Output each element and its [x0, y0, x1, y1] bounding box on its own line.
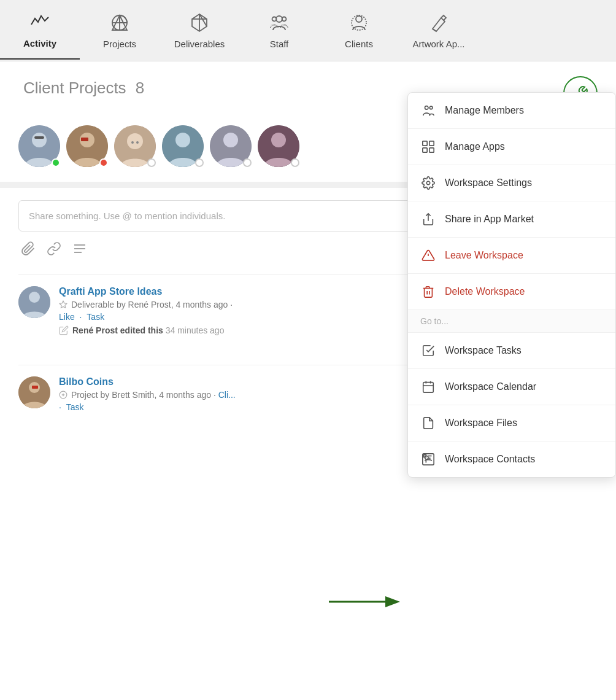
- avatar-2[interactable]: [66, 125, 110, 169]
- svg-point-41: [131, 141, 134, 144]
- activity-avatar-1[interactable]: [18, 286, 50, 318]
- warning-icon: [420, 247, 436, 263]
- status-offline: [291, 158, 299, 167]
- svg-point-12: [425, 106, 429, 110]
- link-icon[interactable]: [47, 241, 61, 260]
- avatar-5[interactable]: [210, 125, 254, 169]
- calendar-icon: [420, 379, 436, 395]
- nav-item-projects[interactable]: Projects: [80, 2, 160, 59]
- svg-rect-38: [81, 138, 88, 141]
- nav-label-artwork: Artwork Ap...: [412, 39, 464, 49]
- page-title: Client Projects 8: [18, 79, 144, 98]
- dropdown-menu: Manage Members Manage Apps W: [407, 92, 616, 478]
- svg-point-48: [271, 133, 286, 147]
- svg-point-18: [426, 181, 430, 185]
- nav-item-activity[interactable]: Activity: [0, 1, 80, 60]
- project-icon: [59, 391, 67, 399]
- dropdown-item-delete-workspace[interactable]: Delete Workspace: [408, 274, 615, 310]
- svg-point-28: [425, 456, 429, 460]
- status-busy: [99, 158, 108, 167]
- apps-icon: [420, 139, 436, 155]
- tasks-icon: [420, 343, 436, 359]
- artwork-icon: [428, 12, 450, 34]
- contacts-icon: [420, 451, 436, 467]
- task-link[interactable]: Task: [87, 312, 104, 322]
- staff-icon: [268, 12, 290, 34]
- like-link[interactable]: Like: [59, 312, 75, 322]
- svg-marker-54: [60, 301, 67, 308]
- svg-point-44: [175, 133, 190, 147]
- deliverables-icon: [188, 12, 210, 34]
- task-link-2[interactable]: Task: [66, 402, 84, 412]
- trash-icon: [420, 284, 436, 300]
- nav-item-staff[interactable]: Staff: [239, 2, 319, 59]
- svg-point-6: [276, 16, 282, 22]
- edit-icon: [59, 325, 69, 335]
- gear-icon: [420, 175, 436, 191]
- nav-label-deliverables: Deliverables: [174, 39, 225, 49]
- dropdown-item-manage-apps[interactable]: Manage Apps: [408, 129, 615, 165]
- nav-item-clients[interactable]: Clients: [319, 2, 399, 59]
- activity-meta-text-1: Deliverable by René Prost, 4 months ago …: [71, 300, 233, 309]
- arrow-svg: [329, 593, 402, 611]
- svg-rect-35: [34, 136, 44, 139]
- status-online: [52, 158, 60, 167]
- svg-point-34: [32, 133, 47, 147]
- dropdown-section-goto: Go to...: [408, 310, 615, 333]
- avatar-3[interactable]: [114, 125, 158, 169]
- dropdown-item-manage-members[interactable]: Manage Members: [408, 93, 615, 129]
- nav-label-staff: Staff: [270, 39, 289, 49]
- dropdown-item-workspace-calendar[interactable]: Workspace Calendar: [408, 369, 615, 405]
- svg-point-46: [223, 133, 238, 147]
- svg-rect-14: [423, 141, 427, 146]
- svg-rect-24: [423, 383, 434, 393]
- svg-point-9: [356, 16, 362, 22]
- dropdown-item-workspace-files[interactable]: Workspace Files: [408, 405, 615, 441]
- dropdown-item-share-app-market[interactable]: Share in App Market: [408, 201, 615, 238]
- nav-label-clients: Clients: [345, 39, 373, 49]
- attachment-icon[interactable]: [21, 241, 36, 260]
- svg-rect-15: [429, 141, 434, 146]
- activity-meta-text-2: Project by Brett Smith, 4 months ago · C…: [71, 390, 236, 400]
- svg-point-42: [136, 141, 139, 144]
- arrow-indicator: [329, 593, 402, 611]
- activity-icon: [29, 11, 51, 33]
- clients-icon: [348, 12, 370, 34]
- svg-point-40: [127, 133, 143, 149]
- deliverable-icon: [59, 300, 67, 309]
- nav-item-deliverables[interactable]: Deliverables: [160, 2, 239, 59]
- avatar-6[interactable]: [258, 125, 302, 169]
- svg-rect-16: [423, 148, 427, 152]
- people-icon: [420, 103, 436, 119]
- svg-point-13: [429, 106, 433, 109]
- nav-item-artwork[interactable]: Artwork Ap...: [399, 2, 479, 59]
- svg-point-53: [29, 292, 40, 303]
- activity-avatar-2[interactable]: [18, 376, 50, 408]
- status-offline: [195, 158, 204, 167]
- nav-label-projects: Projects: [103, 39, 136, 49]
- dropdown-item-leave-workspace[interactable]: Leave Workspace: [408, 238, 615, 274]
- svg-line-11: [433, 29, 436, 31]
- dropdown-item-workspace-contacts[interactable]: Workspace Contacts: [408, 441, 615, 477]
- top-navigation: Activity Projects Deliverables: [0, 0, 616, 61]
- format-icon[interactable]: [72, 241, 87, 260]
- main-content: Client Projects 8 Manage Members: [0, 61, 616, 700]
- svg-rect-17: [429, 148, 434, 152]
- nav-label-activity: Activity: [23, 38, 56, 49]
- avatar-4[interactable]: [162, 125, 206, 169]
- svg-point-10: [352, 15, 366, 30]
- avatar-1[interactable]: [18, 125, 63, 169]
- dropdown-item-workspace-settings[interactable]: Workspace Settings: [408, 165, 615, 201]
- status-offline: [147, 158, 156, 167]
- svg-rect-58: [32, 386, 38, 389]
- status-offline: [243, 158, 252, 167]
- dropdown-item-workspace-tasks[interactable]: Workspace Tasks: [408, 333, 615, 369]
- share-icon: [420, 211, 436, 227]
- files-icon: [420, 415, 436, 431]
- projects-icon: [109, 12, 131, 34]
